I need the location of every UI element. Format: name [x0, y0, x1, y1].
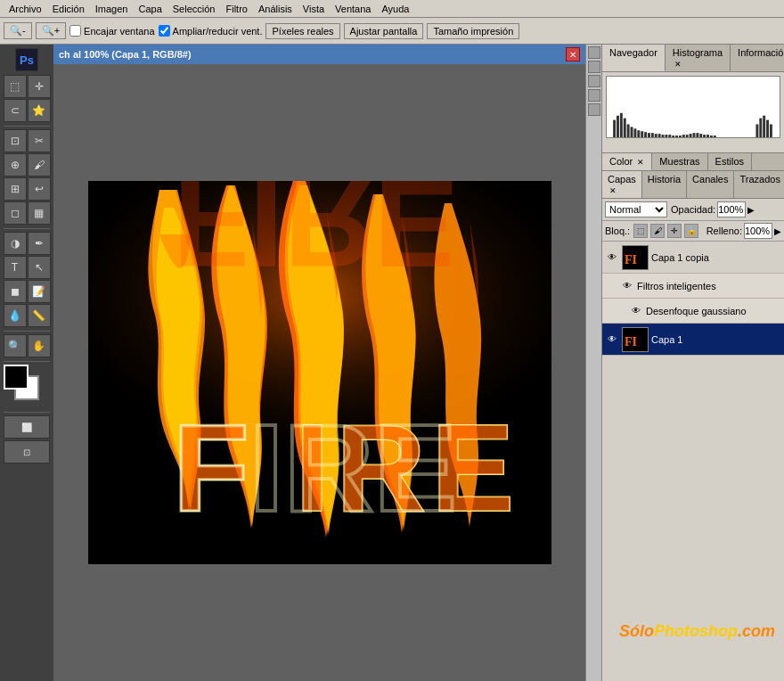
layer-name-filtros: Filtros inteligentes — [637, 281, 781, 291]
tab-estilos[interactable]: Estilos — [708, 153, 752, 170]
marquee-tool[interactable]: ⬚ — [4, 75, 27, 98]
brush-tool[interactable]: 🖌 — [28, 153, 51, 176]
menu-ayuda[interactable]: Ayuda — [376, 2, 414, 16]
opacity-arrow[interactable]: ▶ — [747, 205, 755, 215]
tab-informacion[interactable]: Información — [731, 45, 784, 71]
svg-rect-40 — [703, 135, 706, 137]
foreground-color-swatch[interactable] — [4, 365, 29, 390]
blend-mode-select[interactable]: Normal — [605, 201, 667, 217]
strip-btn-5[interactable] — [588, 103, 600, 116]
ps-logo: Ps — [15, 48, 38, 71]
history-brush[interactable]: ↩ — [28, 177, 51, 201]
canvas-close-button[interactable]: ✕ — [566, 47, 580, 62]
layer-item-desenfoque[interactable]: 👁 Desenfoque gaussiano — [602, 299, 784, 324]
menu-seleccion[interactable]: Selección — [167, 2, 221, 16]
lasso-tool[interactable]: ⊂ — [4, 99, 27, 122]
shape-tool[interactable]: ◼ — [4, 280, 27, 303]
layers-panel: Capas ✕ Historia Canales Trazados Normal — [602, 171, 784, 681]
lock-pixels-icon[interactable]: 🖌 — [650, 224, 665, 238]
menu-filtro[interactable]: Filtro — [220, 2, 252, 16]
eye-icon-desenfoque: 👁 — [632, 306, 641, 316]
gradient-tool[interactable]: ▦ — [28, 201, 51, 225]
lock-all-icon[interactable]: 🔒 — [684, 224, 698, 238]
layer-item-filtros[interactable]: 👁 Filtros inteligentes — [602, 274, 784, 299]
svg-rect-31 — [672, 135, 674, 137]
menu-vista[interactable]: Vista — [298, 2, 330, 16]
svg-rect-41 — [706, 135, 709, 137]
layer-item-capa1copia[interactable]: 👁 FI Capa 1 copia — [602, 242, 784, 274]
layer-visibility-capa1copia[interactable]: 👁 — [605, 250, 619, 265]
encajar-check[interactable]: Encajar ventana — [69, 25, 155, 37]
tab-histograma[interactable]: Histograma ✕ — [666, 45, 731, 71]
menu-ventana[interactable]: Ventana — [330, 2, 376, 16]
layer-visibility-desenfoque[interactable]: 👁 — [629, 304, 643, 318]
menu-edicion[interactable]: Edición — [47, 2, 90, 16]
menu-archivo[interactable]: Archivo — [4, 2, 47, 16]
wand-tool[interactable]: ⭐ — [28, 99, 51, 122]
ampliar-checkbox[interactable] — [159, 25, 170, 37]
menu-analisis[interactable]: Análisis — [253, 2, 298, 16]
strip-btn-2[interactable] — [588, 61, 600, 73]
fill-arrow[interactable]: ▶ — [774, 226, 781, 236]
right-panel: Navegador Histograma ✕ Información — [601, 45, 784, 681]
strip-btn-4[interactable] — [588, 89, 600, 102]
slice-tool[interactable]: ✂ — [28, 129, 51, 152]
tab-muestras[interactable]: Muestras — [652, 153, 707, 170]
dodge-tool[interactable]: ◑ — [4, 232, 27, 255]
main-container: Ps ⬚ ✛ ⊂ ⭐ ⊡ ✂ ⊕ 🖌 ⊞ ↩ ◻ ▦ ◑ ✒ — [0, 45, 784, 681]
text-tool[interactable]: T — [4, 256, 27, 279]
zoom-in-button[interactable]: 🔍+ — [36, 22, 66, 39]
ajustar-pantalla-button[interactable]: Ajustar pantalla — [344, 23, 424, 39]
svg-rect-19 — [631, 127, 633, 137]
lock-position-icon[interactable]: ✛ — [667, 224, 682, 238]
tab-color[interactable]: Color ✕ — [602, 153, 652, 170]
svg-rect-25 — [651, 133, 654, 137]
eyedropper-tool[interactable]: 💧 — [4, 304, 27, 327]
fill-input[interactable] — [744, 223, 772, 239]
stamp-tool[interactable]: ⊞ — [4, 177, 27, 201]
move-tool[interactable]: ✛ — [28, 75, 51, 98]
notes-tool[interactable]: 📝 — [28, 280, 51, 303]
tab-historia[interactable]: Historia — [642, 171, 687, 198]
svg-text:FIRE: FIRE — [173, 181, 457, 294]
opacity-input[interactable] — [717, 201, 746, 217]
strip-btn-1[interactable] — [588, 46, 600, 59]
svg-rect-42 — [710, 135, 713, 137]
strip-btn-3[interactable] — [588, 75, 600, 87]
tool-row-6: ◻ ▦ — [4, 201, 51, 225]
layers-controls: Normal Opacidad: ▶ — [602, 199, 784, 221]
tab-trazados[interactable]: Trazados — [734, 171, 784, 198]
ampliar-check[interactable]: Ampliar/reducir vent. — [159, 25, 263, 37]
lock-transparent-icon[interactable]: ⬚ — [633, 224, 648, 238]
tab-capas[interactable]: Capas ✕ — [602, 171, 642, 198]
layer-item-capa1[interactable]: 👁 FI Capa 1 — [602, 324, 784, 356]
color-close-icon[interactable]: ✕ — [637, 158, 644, 167]
screen-mode[interactable]: ⊡ — [4, 440, 50, 464]
crop-tool[interactable]: ⊡ — [4, 129, 27, 152]
capas-close-icon[interactable]: ✕ — [609, 186, 617, 195]
svg-rect-48 — [770, 124, 772, 137]
tamano-impresion-button[interactable]: Tamaño impresión — [427, 23, 519, 39]
measure-tool[interactable]: 📏 — [28, 304, 51, 327]
histograma-close-icon[interactable]: ✕ — [674, 60, 682, 69]
zoom-tool[interactable]: 🔍 — [4, 334, 27, 357]
menu-capa[interactable]: Capa — [133, 2, 167, 16]
zoom-out-button[interactable]: 🔍- — [4, 22, 32, 39]
tab-navegador[interactable]: Navegador — [602, 45, 666, 71]
hand-tool[interactable]: ✋ — [28, 334, 51, 357]
canvas-header: ch al 100% (Capa 1, RGB/8#) ✕ — [53, 45, 585, 64]
path-select[interactable]: ↖ — [28, 256, 51, 279]
tab-canales[interactable]: Canales — [687, 171, 734, 198]
pen-tool[interactable]: ✒ — [28, 232, 51, 255]
eraser-tool[interactable]: ◻ — [4, 201, 27, 225]
eye-icon-capa1: 👁 — [608, 334, 617, 344]
canvas-content[interactable]: F F F I I R R E E FIRE — [53, 64, 585, 681]
menu-imagen[interactable]: Imagen — [90, 2, 134, 16]
layer-visibility-capa1[interactable]: 👁 — [605, 332, 619, 347]
quickmask-tool[interactable]: ⬜ — [4, 415, 50, 439]
healing-tool[interactable]: ⊕ — [4, 153, 27, 176]
layer-visibility-filtros[interactable]: 👁 — [620, 279, 634, 293]
encajar-checkbox[interactable] — [69, 25, 81, 37]
fill-control: Relleno: ▶ — [706, 223, 781, 239]
pixeles-reales-button[interactable]: Píxeles reales — [265, 23, 339, 39]
